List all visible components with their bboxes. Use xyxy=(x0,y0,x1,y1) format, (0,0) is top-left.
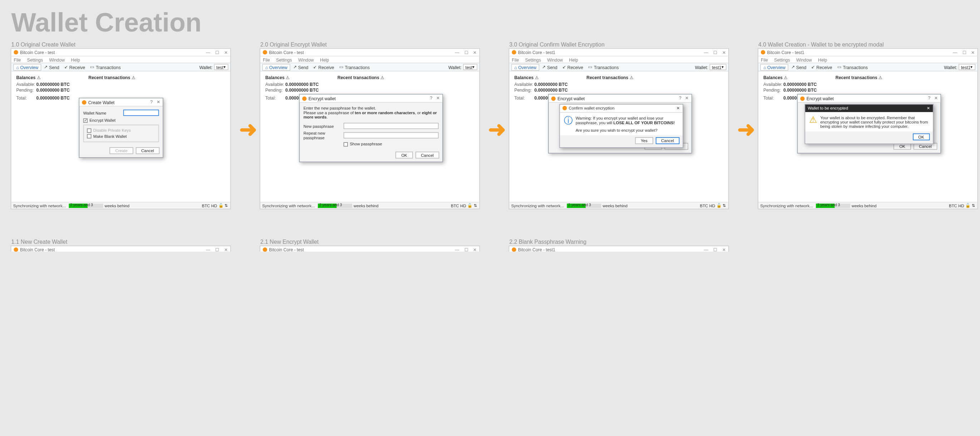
menu-file[interactable]: File xyxy=(761,57,768,62)
help-icon[interactable]: ? xyxy=(928,96,930,101)
help-icon[interactable]: ? xyxy=(430,96,432,101)
maximize-icon[interactable]: ☐ xyxy=(465,50,468,55)
tab-transactions[interactable]: ▭ Transactions xyxy=(585,64,621,70)
tab-overview[interactable]: ⌂ Overview xyxy=(511,64,539,70)
blank-wallet-checkbox[interactable] xyxy=(87,134,91,139)
row-total-label: Total: xyxy=(763,96,783,100)
row-pending-value: 0.00000000 BTC xyxy=(783,88,817,92)
cancel-button[interactable]: Cancel xyxy=(415,152,439,158)
tab-transactions[interactable]: ▭ Transactions xyxy=(835,64,870,70)
help-icon[interactable]: ? xyxy=(679,96,681,101)
row-available-label: Available: xyxy=(763,82,783,86)
menu-settings[interactable]: Settings xyxy=(774,57,790,62)
new-passphrase-input[interactable] xyxy=(344,123,439,129)
window-title: Bitcoin Core - test xyxy=(269,50,304,54)
dialog-icon xyxy=(562,106,567,110)
repeat-passphrase-label: Repeat new passphrase xyxy=(304,131,341,140)
maximize-icon[interactable]: ☐ xyxy=(215,247,219,252)
maximize-icon[interactable]: ☐ xyxy=(963,50,966,55)
tab-send[interactable]: ↗ Send xyxy=(789,64,809,70)
ok-button[interactable]: OK xyxy=(913,134,930,141)
close-icon[interactable]: ✕ xyxy=(473,247,477,252)
recent-heading: Recent transactions xyxy=(586,75,628,80)
tab-receive[interactable]: ↙ Receive xyxy=(560,64,585,70)
yes-button[interactable]: Yes xyxy=(635,137,653,144)
tab-overview[interactable]: ⌂ Overview xyxy=(262,64,290,70)
window-title: Bitcoin Core - test1 xyxy=(767,50,805,54)
menu-window[interactable]: Window xyxy=(298,57,314,62)
maximize-icon[interactable]: ☐ xyxy=(465,247,468,252)
wallet-selector[interactable]: test1 ▾ xyxy=(959,64,976,70)
minimize-icon[interactable]: — xyxy=(206,50,210,55)
cancel-button[interactable]: Cancel xyxy=(656,137,680,144)
wallet-name-input[interactable] xyxy=(123,110,159,116)
menu-window[interactable]: Window xyxy=(796,57,812,62)
menu-file[interactable]: File xyxy=(512,57,519,62)
encrypt-wallet-checkbox[interactable] xyxy=(83,118,88,123)
menu-window[interactable]: Window xyxy=(49,57,65,62)
minimize-icon[interactable]: — xyxy=(206,247,210,252)
close-icon[interactable]: ✕ xyxy=(927,106,931,111)
close-icon[interactable]: ✕ xyxy=(722,247,726,252)
close-icon[interactable]: ✕ xyxy=(224,50,228,55)
close-icon[interactable]: ✕ xyxy=(934,96,938,101)
menu-help[interactable]: Help xyxy=(818,57,827,62)
minimize-icon[interactable]: — xyxy=(704,247,708,252)
minimize-icon[interactable]: — xyxy=(455,247,459,252)
tab-send[interactable]: ↗ Send xyxy=(539,64,560,70)
tab-receive[interactable]: ↙ Receive xyxy=(311,64,336,70)
alert-icon: ⚠ xyxy=(630,75,633,80)
close-icon[interactable]: ✕ xyxy=(436,96,440,101)
menu-help[interactable]: Help xyxy=(71,57,80,62)
show-passphrase-label: Show passphrase xyxy=(350,142,382,146)
cancel-button[interactable]: Cancel xyxy=(135,147,159,154)
tab-receive[interactable]: ↙ Receive xyxy=(809,64,835,70)
app-window: Bitcoin Core - test — ☐ ✕ File Settings … xyxy=(11,49,231,209)
create-wallet-dialog: Create Wallet ?✕ Wallet Name Encrypt Wal… xyxy=(79,98,163,158)
confirm-text: Are you sure you wish to encrypt your wa… xyxy=(576,128,679,132)
tab-transactions[interactable]: ▭ Transactions xyxy=(337,64,372,70)
wallet-selector[interactable]: test ▾ xyxy=(214,64,229,70)
tab-overview[interactable]: ⌂ Overview xyxy=(13,64,41,70)
show-passphrase-checkbox[interactable] xyxy=(344,142,348,146)
ok-button[interactable]: OK xyxy=(396,152,413,158)
maximize-icon[interactable]: ☐ xyxy=(215,50,219,55)
menu-file[interactable]: File xyxy=(263,57,270,62)
close-icon[interactable]: ✕ xyxy=(971,50,975,55)
tab-transactions[interactable]: ▭ Transactions xyxy=(88,64,123,70)
wallet-selector[interactable]: test1 ▾ xyxy=(710,64,727,70)
lock-icon: 🔓 xyxy=(467,203,472,208)
menu-help[interactable]: Help xyxy=(569,57,578,62)
close-icon[interactable]: ✕ xyxy=(722,50,726,55)
tab-send[interactable]: ↗ Send xyxy=(41,64,62,70)
hd-icon: HD xyxy=(710,203,715,208)
new-passphrase-label: New passphrase xyxy=(304,124,341,128)
close-icon[interactable]: ✕ xyxy=(685,96,689,101)
arrow-icon: ➜ xyxy=(737,117,755,142)
minimize-icon[interactable]: — xyxy=(704,50,708,55)
help-icon[interactable]: ? xyxy=(150,99,153,104)
menu-file[interactable]: File xyxy=(14,57,21,62)
app-window: Bitcoin Core - test1—☐✕ FileSettingsWind… xyxy=(509,246,729,252)
close-icon[interactable]: ✕ xyxy=(157,99,161,104)
maximize-icon[interactable]: ☐ xyxy=(713,50,717,55)
minimize-icon[interactable]: — xyxy=(953,50,957,55)
row-total-value: 0.00000000 BTC xyxy=(37,96,70,100)
close-icon[interactable]: ✕ xyxy=(473,50,477,55)
tab-send[interactable]: ↗ Send xyxy=(291,64,311,70)
maximize-icon[interactable]: ☐ xyxy=(713,247,717,252)
minimize-icon[interactable]: — xyxy=(455,50,459,55)
tab-receive[interactable]: ↙ Receive xyxy=(62,64,88,70)
warning-icon: ⚠ xyxy=(809,115,817,128)
close-icon[interactable]: ✕ xyxy=(224,247,228,252)
close-icon[interactable]: ✕ xyxy=(676,106,680,111)
menu-settings[interactable]: Settings xyxy=(276,57,292,62)
menu-window[interactable]: Window xyxy=(547,57,563,62)
menu-settings[interactable]: Settings xyxy=(525,57,541,62)
lock-icon: 🔓 xyxy=(965,203,970,208)
tab-overview[interactable]: ⌂ Overview xyxy=(760,64,788,70)
wallet-selector[interactable]: test ▾ xyxy=(463,64,477,70)
menu-settings[interactable]: Settings xyxy=(27,57,43,62)
menu-help[interactable]: Help xyxy=(320,57,329,62)
repeat-passphrase-input[interactable] xyxy=(344,132,439,139)
